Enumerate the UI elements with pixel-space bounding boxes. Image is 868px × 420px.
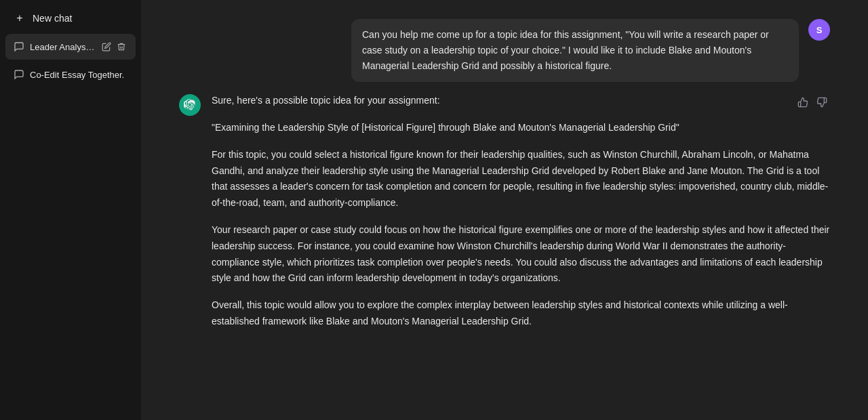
assistant-avatar	[179, 94, 201, 116]
chat-icon	[14, 41, 24, 52]
assistant-content: Sure, here's a possible topic idea for y…	[212, 93, 830, 330]
thumbs-down-icon	[816, 97, 827, 108]
assistant-paragraph3: Overall, this topic would allow you to e…	[212, 297, 830, 330]
assistant-title: "Examining the Leadership Style of [Hist…	[212, 120, 830, 136]
assistant-paragraph1: For this topic, you could select a histo…	[212, 147, 830, 211]
new-chat-button[interactable]: + New chat	[5, 5, 136, 31]
openai-logo-icon	[184, 99, 196, 111]
thumbs-down-button[interactable]	[814, 94, 830, 110]
thumbs-up-button[interactable]	[795, 94, 811, 110]
chat-item-actions	[100, 41, 127, 53]
user-avatar: S	[808, 19, 830, 41]
sidebar-item-leader-analysis[interactable]: Leader Analysis w/ Bla	[5, 34, 136, 60]
chat-icon-2	[14, 69, 24, 80]
delete-chat-button[interactable]	[115, 41, 127, 53]
trash-icon	[117, 42, 126, 51]
assistant-paragraph2: Your research paper or case study could …	[212, 222, 830, 287]
plus-icon: +	[14, 12, 26, 24]
edit-icon	[102, 42, 111, 51]
main-chat-area: Can you help me come up for a topic idea…	[141, 0, 868, 420]
assistant-message-row: Sure, here's a possible topic idea for y…	[165, 87, 844, 335]
thumbs-up-icon	[797, 97, 808, 108]
sidebar-item-co-edit-essay[interactable]: Co-Edit Essay Together.	[5, 62, 136, 87]
sidebar-item-label: Leader Analysis w/ Bla	[30, 42, 95, 52]
edit-chat-button[interactable]	[100, 41, 113, 53]
sidebar-item-label-2: Co-Edit Essay Together.	[30, 70, 127, 80]
user-message-row: Can you help me come up for a topic idea…	[165, 14, 844, 87]
new-chat-label: New chat	[33, 13, 72, 24]
assistant-intro: Sure, here's a possible topic idea for y…	[212, 93, 830, 109]
message-actions	[795, 94, 830, 110]
sidebar: + New chat Leader Analysis w/ Bla	[0, 0, 141, 420]
user-message-text: Can you help me come up for a topic idea…	[351, 19, 799, 82]
